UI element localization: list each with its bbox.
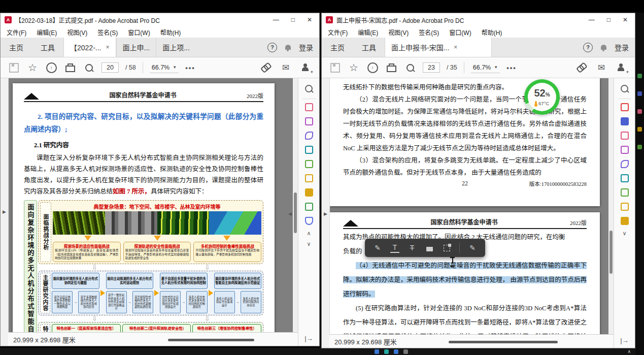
page-number-input[interactable]: 23 <box>423 62 440 73</box>
taskbar-app-icon[interactable] <box>403 349 408 354</box>
doc-tab-3[interactable]: 面上项... <box>156 38 196 57</box>
minimize-button[interactable]: — <box>589 16 595 23</box>
menu-edit[interactable]: 编辑(E) <box>37 28 57 37</box>
tab-home[interactable]: 主页 <box>322 38 353 57</box>
page-number-input[interactable]: 20 <box>101 62 119 73</box>
menu-edit[interactable]: 编辑(E) <box>358 28 378 37</box>
fill-sign-icon[interactable] <box>621 160 629 168</box>
vertical-scrollbar[interactable] <box>293 78 298 333</box>
scan-ocr-icon[interactable] <box>305 203 313 211</box>
rail-scroll-up-icon[interactable]: ∧ <box>307 231 311 236</box>
export-pdf-icon[interactable] <box>621 146 629 154</box>
zoom-select[interactable]: 66.7% ▼ <box>471 62 500 73</box>
taskbar-app-icon[interactable] <box>384 349 389 354</box>
menu-window[interactable]: 窗口(W) <box>128 28 150 37</box>
horizontal-scrollbar[interactable] <box>168 339 254 341</box>
menu-help[interactable]: 帮助(H) <box>160 28 181 37</box>
doc-tab-2[interactable]: 面上申... <box>116 38 156 57</box>
share-link-icon[interactable] <box>575 61 587 74</box>
add-user-icon[interactable]: + <box>300 61 312 74</box>
title-bar[interactable]: A 面上申报书-宋国志.pdf - Adobe Acrobat Pro DC —… <box>322 13 635 26</box>
fill-sign-icon[interactable] <box>305 132 313 140</box>
star-icon[interactable]: ☆ <box>26 61 39 74</box>
minimize-button[interactable]: — <box>273 16 279 23</box>
comment-icon[interactable] <box>305 188 313 197</box>
combine-files-icon[interactable] <box>621 117 629 125</box>
create-pdf-icon[interactable] <box>621 103 629 111</box>
email-icon[interactable]: ✉ <box>595 61 607 74</box>
title-bar[interactable]: A 【2022-03-18】正式提交.pdf - Adobe Acrobat P… <box>1 13 319 26</box>
nav-pane-strip[interactable]: ▶ <box>1 78 9 346</box>
export-pdf-icon[interactable] <box>305 117 313 125</box>
tools-pane-collapse-icon[interactable]: ◀ <box>288 211 292 216</box>
doc-tab-active[interactable]: 【2022-... × <box>63 38 116 57</box>
print-icon[interactable] <box>385 61 397 74</box>
search-icon[interactable] <box>83 61 95 74</box>
notification-bell-icon[interactable] <box>285 45 291 50</box>
organize-pages-icon[interactable] <box>621 132 629 140</box>
horizontal-scrollbar[interactable] <box>449 341 558 343</box>
send-for-review-icon[interactable] <box>621 174 629 182</box>
rail-scroll-down-icon[interactable]: ∨ <box>307 242 311 246</box>
maximize-button[interactable]: □ <box>607 16 611 23</box>
menu-view[interactable]: 视图(V) <box>67 28 87 37</box>
tab-tools[interactable]: 工具 <box>353 38 385 57</box>
strikethrough-text-icon[interactable]: T <box>408 243 417 252</box>
doc-tab-active[interactable]: 面上申报书-宋国... × <box>385 38 492 57</box>
search-icon[interactable] <box>404 61 416 74</box>
vertical-scrollbar[interactable] <box>608 78 614 335</box>
email-icon[interactable]: ✉ <box>280 61 292 74</box>
tab-close-icon[interactable]: × <box>454 44 457 51</box>
search-plus-icon[interactable] <box>619 82 631 94</box>
stamp-icon[interactable] <box>425 243 434 252</box>
maximize-button[interactable]: □ <box>291 16 295 23</box>
share-upload-icon[interactable]: ↑ <box>366 61 379 74</box>
close-button[interactable]: ✕ <box>623 16 628 23</box>
performance-gauge-overlay[interactable]: 52% 67°C <box>524 79 560 115</box>
menu-sign[interactable]: 签名(S) <box>97 28 118 37</box>
expand-panel-icon[interactable]: |→ <box>620 338 628 343</box>
sign-in-button[interactable]: 登录 <box>615 42 629 52</box>
edit-pdf-icon[interactable] <box>621 188 629 197</box>
share-upload-icon[interactable]: ↑ <box>45 61 57 74</box>
taskbar-app-icon[interactable] <box>394 349 398 354</box>
nav-pane-strip[interactable]: ▶ <box>322 78 330 348</box>
menu-file[interactable]: 文件(F) <box>7 28 26 37</box>
protect-icon[interactable] <box>305 217 313 225</box>
edit-pdf-icon[interactable] <box>305 160 313 168</box>
sign-in-button[interactable]: 登录 <box>299 42 313 52</box>
expand-panel-icon[interactable]: |→ <box>304 336 313 341</box>
help-icon[interactable]: ? <box>267 43 277 52</box>
tab-tools[interactable]: 工具 <box>32 38 63 57</box>
share-link-icon[interactable] <box>259 61 272 74</box>
search-plus-icon[interactable] <box>303 82 315 94</box>
menu-help[interactable]: 帮助(H) <box>482 28 502 37</box>
notification-bell-icon[interactable] <box>601 45 606 50</box>
highlight-pen-icon[interactable]: ✎ <box>373 243 382 252</box>
print-icon[interactable] <box>64 61 76 74</box>
send-for-review-icon[interactable] <box>305 146 313 154</box>
organize-pages-icon[interactable] <box>305 103 313 111</box>
menu-view[interactable]: 视图(V) <box>388 28 409 37</box>
close-button[interactable]: ✕ <box>307 16 312 23</box>
compare-files-icon[interactable] <box>621 203 629 211</box>
zoom-select[interactable]: 66.7% ▼ <box>150 62 179 73</box>
star-icon[interactable]: ☆ <box>348 61 360 74</box>
more-tools-icon[interactable]: ••• <box>506 64 517 72</box>
menu-window[interactable]: 窗口(W) <box>449 28 471 37</box>
add-user-icon[interactable]: + <box>616 61 628 74</box>
tab-close-icon[interactable]: × <box>106 44 109 51</box>
compare-files-icon[interactable] <box>305 174 313 182</box>
save-icon[interactable] <box>329 61 341 74</box>
edit-annotation-icon[interactable]: ✎ <box>468 243 477 252</box>
nav-pane-expand-icon[interactable]: ▶ <box>3 209 6 214</box>
help-icon[interactable]: ? <box>583 43 593 52</box>
comment-icon[interactable] <box>621 217 629 225</box>
menu-file[interactable]: 文件(F) <box>328 28 348 37</box>
more-tools-icon[interactable]: ••• <box>185 64 195 72</box>
save-icon[interactable] <box>8 61 20 74</box>
tab-home[interactable]: 主页 <box>1 38 32 57</box>
taskbar-app-icon[interactable] <box>375 349 379 354</box>
menu-sign[interactable]: 签名(S) <box>419 28 439 37</box>
rail-scroll-down-icon[interactable]: ∨ <box>622 231 626 236</box>
